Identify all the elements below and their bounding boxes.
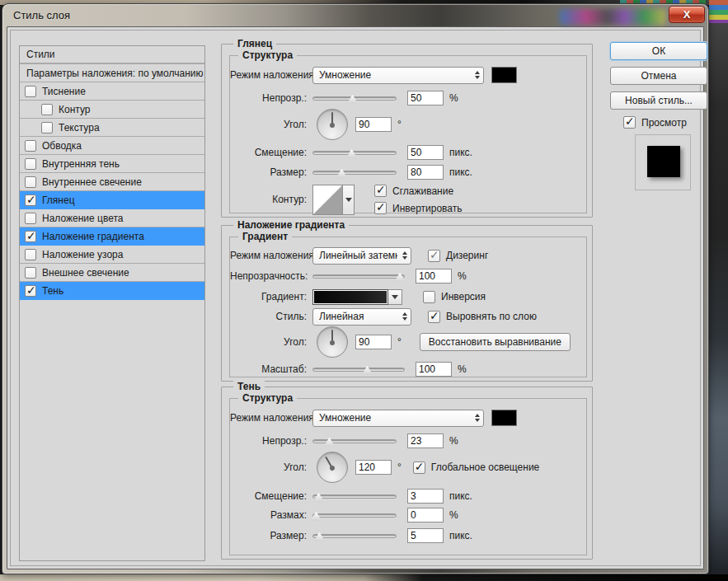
gradient-subgroup-title: Градиент — [238, 231, 292, 242]
slider-thumb[interactable] — [324, 438, 335, 447]
shadow-size-input[interactable] — [407, 528, 444, 543]
satin-contour-picker[interactable] — [312, 185, 343, 215]
slider-thumb[interactable] — [313, 493, 324, 502]
gradient-overlay-checkbox[interactable] — [25, 231, 36, 242]
slider-thumb[interactable] — [314, 532, 325, 541]
satin-distance-slider[interactable] — [312, 151, 397, 155]
blending-options-item[interactable]: Параметры наложения: по умолчанию — [20, 64, 204, 82]
style-item-inner-glow[interactable]: Внутреннее свечение — [20, 173, 204, 191]
shadow-spread-slider[interactable] — [312, 513, 397, 518]
shadow-size-label: Размер: — [230, 530, 312, 541]
gradient-angle-input[interactable] — [355, 335, 392, 349]
combo-spin-icon — [402, 312, 407, 321]
gradient-scale-input[interactable] — [416, 362, 452, 377]
new-style-button[interactable]: Новый стиль... — [610, 91, 707, 110]
stroke-checkbox[interactable] — [25, 140, 36, 152]
close-button[interactable]: X — [669, 6, 705, 23]
slider-thumb[interactable] — [395, 273, 406, 282]
gradient-opacity-slider[interactable] — [312, 274, 405, 279]
antialias-checkbox[interactable] — [374, 185, 387, 197]
satin-distance-input[interactable] — [407, 145, 444, 160]
inner-glow-checkbox[interactable] — [25, 176, 36, 188]
slider-thumb[interactable] — [346, 149, 357, 158]
satin-checkbox[interactable] — [25, 194, 36, 206]
texture-checkbox[interactable] — [41, 122, 53, 134]
cancel-button[interactable]: Отмена — [610, 67, 707, 85]
style-item-texture[interactable]: Текстура — [20, 119, 204, 137]
satin-angle-input[interactable] — [355, 117, 392, 132]
style-item-contour[interactable]: Контур — [20, 101, 204, 119]
satin-blend-mode-select[interactable]: Умножение — [312, 67, 484, 84]
satin-invert-option[interactable]: Инвертировать — [374, 202, 463, 214]
drop-shadow-checkbox[interactable] — [25, 285, 36, 297]
reverse-option[interactable]: Инверсия — [423, 291, 486, 303]
satin-opacity-slider[interactable] — [312, 96, 397, 101]
satin-angle-dial[interactable] — [317, 109, 348, 140]
dither-option[interactable]: Дизеринг — [428, 250, 488, 262]
contour-checkbox[interactable] — [41, 104, 53, 115]
satin-antialias-option[interactable]: Сглаживание — [374, 185, 463, 197]
preview-checkbox[interactable] — [623, 116, 636, 129]
align-with-layer-option[interactable]: Выровнять по слою — [428, 311, 537, 323]
color-overlay-checkbox[interactable] — [25, 213, 36, 224]
style-item-color-overlay[interactable]: Наложение цвета — [20, 209, 204, 227]
style-item-inner-shadow[interactable]: Внутренняя тень — [20, 155, 204, 173]
layer-style-dialog: Стиль слоя X Стили Параметры наложения: … — [2, 3, 709, 574]
gradient-scale-slider[interactable] — [312, 368, 405, 372]
inner-shadow-checkbox[interactable] — [25, 158, 36, 170]
satin-contour-arrow-button[interactable] — [343, 185, 355, 215]
style-preview-thumbnail — [635, 134, 691, 190]
shadow-angle-input[interactable] — [355, 460, 392, 475]
style-item-bevel[interactable]: Тиснение — [20, 82, 204, 101]
reset-alignment-button[interactable]: Восстановить выравнивание — [420, 333, 571, 351]
outer-glow-checkbox[interactable] — [25, 267, 36, 279]
gradient-blend-mode-select[interactable]: Линейный затемни... — [312, 247, 411, 265]
shadow-opacity-input[interactable] — [407, 433, 444, 448]
shadow-spread-label: Размах: — [230, 509, 312, 521]
satin-size-input[interactable] — [407, 165, 444, 180]
gradient-arrow-button[interactable] — [388, 289, 402, 305]
style-item-stroke[interactable]: Обводка — [20, 137, 204, 155]
bevel-checkbox[interactable] — [25, 86, 36, 97]
shadow-distance-input[interactable] — [407, 489, 444, 504]
gradient-opacity-input[interactable] — [416, 269, 452, 283]
style-item-drop-shadow[interactable]: Тень — [20, 282, 204, 300]
gradient-style-select[interactable]: Линейная — [312, 308, 411, 326]
align-with-layer-checkbox[interactable] — [428, 311, 440, 323]
shadow-angle-dial[interactable] — [317, 452, 348, 483]
ok-button[interactable]: ОК — [610, 42, 707, 60]
shadow-distance-slider[interactable] — [312, 494, 397, 499]
slider-thumb[interactable] — [336, 169, 347, 178]
shadow-color-swatch[interactable] — [491, 410, 517, 426]
satin-color-swatch[interactable] — [491, 67, 517, 83]
dither-checkbox[interactable] — [428, 250, 440, 262]
gradient-preview[interactable] — [312, 289, 388, 305]
shadow-size-slider[interactable] — [312, 534, 397, 538]
reverse-checkbox[interactable] — [423, 291, 435, 303]
titlebar[interactable]: Стиль слоя X — [2, 4, 708, 26]
global-light-option[interactable]: Глобальное освещение — [413, 462, 539, 474]
combo-spin-icon — [475, 71, 480, 79]
style-item-gradient-overlay[interactable]: Наложение градиента — [20, 227, 204, 246]
gradient-angle-dial[interactable] — [317, 326, 348, 358]
style-item-pattern-overlay[interactable]: Наложение узора — [20, 246, 204, 264]
gradient-angle-label: Угол: — [230, 336, 312, 348]
invert-checkbox[interactable] — [374, 202, 387, 214]
global-light-checkbox[interactable] — [413, 462, 425, 474]
satin-size-slider[interactable] — [312, 171, 397, 175]
preview-option[interactable]: Просмотр — [623, 116, 707, 129]
satin-group-title: Глянец — [233, 38, 276, 49]
drop-shadow-group: Тень Структура Режим наложения: Умножени… — [221, 387, 593, 560]
shadow-angle-label: Угол: — [230, 462, 312, 473]
styles-header[interactable]: Стили — [20, 46, 204, 64]
pattern-overlay-checkbox[interactable] — [25, 249, 36, 260]
satin-distance-label: Смещение: — [230, 147, 312, 158]
shadow-blend-mode-select[interactable]: Умножение — [312, 410, 484, 427]
style-item-outer-glow[interactable]: Внешнее свечение — [20, 264, 204, 282]
shadow-spread-input[interactable] — [407, 508, 444, 522]
style-item-satin[interactable]: Глянец — [20, 191, 204, 209]
shadow-opacity-slider[interactable] — [312, 439, 397, 443]
satin-opacity-input[interactable] — [407, 91, 444, 105]
slider-thumb[interactable] — [347, 95, 358, 104]
slider-thumb[interactable] — [362, 366, 373, 375]
